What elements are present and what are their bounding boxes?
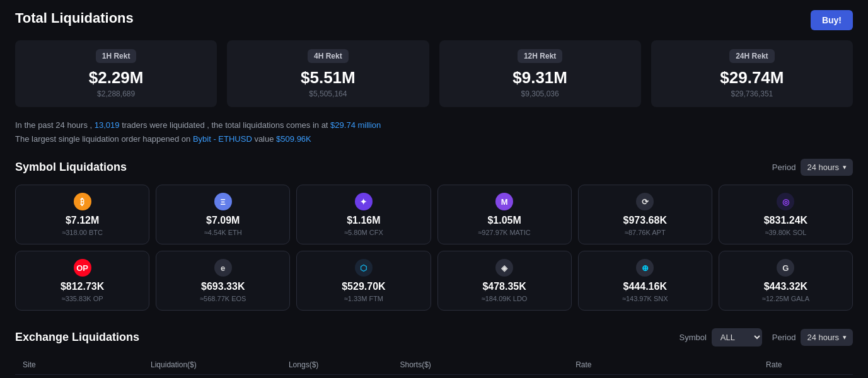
symbol-sub-sol: ≈39.80K SOL [726,229,846,236]
symbol-icon-cfx: ✦ [355,193,373,210]
symbol-icon-matic: M [495,193,513,210]
buy-button[interactable]: Buy! [811,10,853,30]
symbol-value-gala: $443.32K [726,280,846,294]
symbol-icon-apt: ⟳ [636,193,654,210]
symbol-filter-group: Symbol ALL [679,328,761,346]
symbol-card-eth[interactable]: Ξ $7.09M ≈4.54K ETH [156,185,290,244]
symbol-icon-sol: ◎ [777,193,794,210]
symbol-card-snx[interactable]: ⊕ $444.16K ≈143.97K SNX [578,251,712,311]
symbol-icon-snx: ⊕ [636,259,654,277]
exchange-filters: Symbol ALL Period 24 hours [679,328,853,346]
period-filter-label: Period [772,333,796,342]
symbol-icon-ftm: ⬡ [355,259,373,277]
symbol-icon-gala: G [777,259,794,277]
symbol-card-ldo[interactable]: ◈ $478.35K ≈184.09K LDO [437,251,572,311]
symbol-sub-btc: ≈318.00 BTC [22,229,142,236]
rekt-amount-2: $9.31M [451,68,630,88]
col-rate-pct-val: 54.75%Short [695,374,853,378]
col-rate-bar: Rate [472,355,695,375]
symbol-icon-eos: e [214,259,232,277]
period-filter-group: Period 24 hours [772,329,853,346]
col-longs-val: 13.45M [248,374,359,378]
info-text: In the past 24 hours , 13,019 traders we… [15,118,853,146]
symbol-value-ldo: $478.35K [444,280,565,294]
rekt-card-0: 1H Rekt $2.29M $2,288,689 [15,40,217,107]
symbol-card-btc[interactable]: ₿ $7.12M ≈318.00 BTC [15,185,149,244]
symbol-value-eos: $693.33K [163,280,283,294]
symbol-value-btc: $7.12M [22,214,142,227]
rekt-card-1: 4H Rekt $5.51M $5,505,164 [227,40,429,107]
col-rate-bar-val: 100% [472,374,695,378]
symbol-value-eth: $7.09M [163,214,283,227]
symbol-period-dropdown[interactable]: 24 hours [801,159,853,176]
symbol-card-op[interactable]: OP $812.73K ≈335.83K OP [15,251,149,311]
symbol-value-cfx: $1.16M [303,214,424,227]
symbol-card-eos[interactable]: e $693.33K ≈568.77K EOS [156,251,290,311]
rekt-amount-0: $2.29M [26,68,205,88]
symbol-sub-gala: ≈12.25M GALA [726,295,846,302]
rekt-exact-1: $5,505,164 [238,89,417,98]
symbol-value-apt: $973.68K [585,214,705,227]
symbol-card-sol[interactable]: ◎ $831.24K ≈39.80K SOL [719,185,853,244]
symbol-filter-dropdown[interactable]: ALL [712,328,762,346]
symbol-period-label: Period [772,163,796,172]
rekt-card-3: 24H Rekt $29.74M $29,736,351 [651,40,853,107]
exchange-liquidations-header: Exchange Liquidations Symbol ALL Period … [15,328,853,346]
page-title: Total Liquidations [15,10,134,26]
col-shorts: Shorts($) [359,355,472,375]
exchange-period-dropdown[interactable]: 24 hours [801,329,853,346]
col-liquidation-val: 29.74M [99,374,248,378]
rekt-amount-3: $29.74M [663,68,842,88]
symbol-card-apt[interactable]: ⟳ $973.68K ≈87.76K APT [578,185,712,244]
symbol-card-cfx[interactable]: ✦ $1.16M ≈5.80M CFX [296,185,431,244]
col-rate-pct: Rate [695,355,853,375]
table-row: Total 29.74M 13.45M 16.28M 100% 54.75%Sh… [15,374,853,378]
symbol-grid: ₿ $7.12M ≈318.00 BTC Ξ $7.09M ≈4.54K ETH… [15,185,853,311]
symbol-sub-matic: ≈927.97K MATIC [444,229,565,236]
symbol-card-gala[interactable]: G $443.32K ≈12.25M GALA [719,251,853,311]
header-row: Total Liquidations Buy! [15,10,853,30]
rekt-exact-2: $9,305,036 [451,89,630,98]
symbol-sub-eos: ≈568.77K EOS [163,295,283,302]
symbol-sub-snx: ≈143.97K SNX [585,295,705,302]
col-longs: Longs($) [248,355,359,375]
symbol-icon-btc: ₿ [74,193,91,210]
table-header: Site Liquidation($) Longs($) Shorts($) R… [15,355,853,375]
rekt-exact-0: $2,288,689 [26,89,205,98]
rekt-amount-1: $5.51M [238,68,417,88]
symbol-value-op: $812.73K [22,280,142,294]
symbol-value-ftm: $529.70K [303,280,424,294]
symbol-sub-apt: ≈87.76K APT [585,229,705,236]
col-site: Site [15,355,99,375]
symbol-value-sol: $831.24K [726,214,846,227]
exchange-liquidations-title: Exchange Liquidations [15,331,139,344]
symbol-sub-cfx: ≈5.80M CFX [303,229,424,236]
rekt-cards-container: 1H Rekt $2.29M $2,288,689 4H Rekt $5.51M… [15,40,853,107]
table-body: Total 29.74M 13.45M 16.28M 100% 54.75%Sh… [15,374,853,378]
symbol-liquidations-title: Symbol Liquidations [15,161,127,174]
rekt-badge-0: 1H Rekt [96,49,137,63]
rekt-badge-1: 4H Rekt [308,49,349,63]
symbol-filter-label: Symbol [679,333,706,342]
col-site-val: Total [15,374,99,378]
symbol-period-selector: Period 24 hours [772,159,853,176]
rekt-card-2: 12H Rekt $9.31M $9,305,036 [439,40,641,107]
symbol-value-matic: $1.05M [444,214,565,227]
symbol-sub-ldo: ≈184.09K LDO [444,295,565,302]
rekt-badge-3: 24H Rekt [729,49,774,63]
rekt-exact-3: $29,736,351 [663,89,842,98]
col-liquidation: Liquidation($) [99,355,248,375]
symbol-value-snx: $444.16K [585,280,705,294]
symbol-sub-eth: ≈4.54K ETH [163,229,283,236]
symbol-liquidations-header: Symbol Liquidations Period 24 hours [15,159,853,176]
symbol-card-ftm[interactable]: ⬡ $529.70K ≈1.33M FTM [296,251,431,311]
rekt-badge-2: 12H Rekt [518,49,562,63]
symbol-icon-op: OP [74,259,91,277]
symbol-sub-op: ≈335.83K OP [22,295,142,302]
col-shorts-val: 16.28M [359,374,472,378]
symbol-sub-ftm: ≈1.33M FTM [303,295,424,302]
exchange-table: Site Liquidation($) Longs($) Shorts($) R… [15,355,853,378]
symbol-icon-eth: Ξ [214,193,232,210]
symbol-icon-ldo: ◈ [495,259,513,277]
symbol-card-matic[interactable]: M $1.05M ≈927.97K MATIC [437,185,572,244]
